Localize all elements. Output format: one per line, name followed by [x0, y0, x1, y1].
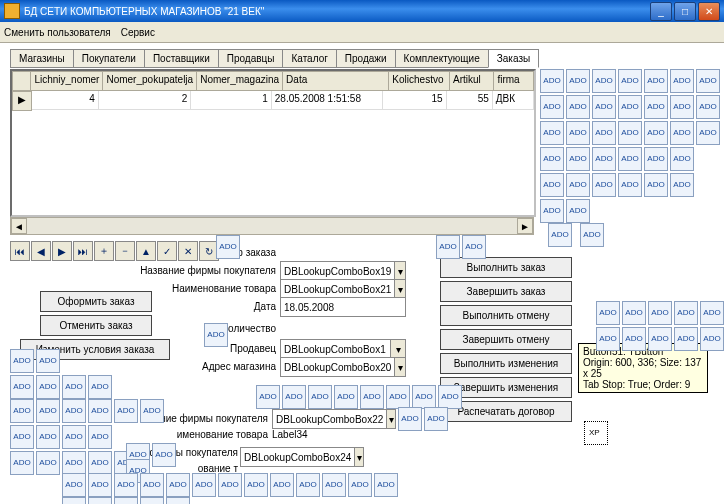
- component-icon[interactable]: ADO: [88, 375, 112, 399]
- tab-Магазины[interactable]: Магазины: [10, 49, 74, 68]
- tab-Каталог[interactable]: Каталог: [282, 49, 336, 68]
- component-icon[interactable]: ADO: [622, 301, 646, 325]
- component-icon[interactable]: ADO: [166, 473, 190, 497]
- component-icon[interactable]: ADO: [36, 451, 60, 475]
- component-icon[interactable]: ADO: [540, 69, 564, 93]
- nav-btn[interactable]: ⏭: [73, 241, 93, 261]
- component-icon[interactable]: ADO: [10, 349, 34, 373]
- component-icon[interactable]: ADO: [648, 327, 672, 351]
- tab-Заказы[interactable]: Заказы: [488, 49, 539, 68]
- component-icon[interactable]: ADO: [618, 147, 642, 171]
- component-icon[interactable]: ADO: [670, 173, 694, 197]
- component-icon[interactable]: ADO: [62, 451, 86, 475]
- col-firma[interactable]: firma: [494, 71, 534, 91]
- xp-manifest-icon[interactable]: XP: [584, 421, 608, 445]
- component-icon[interactable]: ADO: [10, 425, 34, 449]
- component-icon[interactable]: ADO: [462, 235, 486, 259]
- edit-date[interactable]: 18.05.2008: [280, 297, 406, 317]
- col-Nomer_pokupatelja[interactable]: Nomer_pokupatelja: [103, 71, 197, 91]
- component-icon[interactable]: ADO: [114, 473, 138, 497]
- component-icon[interactable]: ADO: [296, 473, 320, 497]
- col-Lichniy_nomer[interactable]: Lichniy_nomer: [31, 71, 103, 91]
- make-order-button[interactable]: Оформить заказ: [40, 291, 152, 312]
- close-button[interactable]: ✕: [698, 2, 720, 21]
- finish-cancel-button[interactable]: Завершить отмену: [440, 329, 572, 350]
- chevron-down-icon[interactable]: ▾: [394, 262, 405, 280]
- component-icon[interactable]: ADO: [36, 349, 60, 373]
- chevron-down-icon[interactable]: ▾: [354, 448, 363, 466]
- component-icon[interactable]: ADO: [674, 327, 698, 351]
- component-icon[interactable]: ADO: [216, 235, 240, 259]
- chevron-down-icon[interactable]: ▾: [390, 340, 405, 358]
- tab-Покупатели[interactable]: Покупатели: [73, 49, 145, 68]
- chevron-down-icon[interactable]: ▾: [386, 410, 395, 428]
- component-icon[interactable]: ADO: [700, 327, 724, 351]
- combo-buyer-firm[interactable]: DBLookupComboBox19▾: [280, 261, 406, 281]
- finish-order-button[interactable]: Завершить заказ: [440, 281, 572, 302]
- component-icon[interactable]: ADO: [62, 497, 86, 504]
- component-icon[interactable]: ADO: [62, 399, 86, 423]
- component-icon[interactable]: ADO: [140, 497, 164, 504]
- component-icon[interactable]: ADO: [540, 173, 564, 197]
- component-icon[interactable]: ADO: [192, 473, 216, 497]
- component-icon[interactable]: ADO: [648, 301, 672, 325]
- component-icon[interactable]: ADO: [114, 497, 138, 504]
- component-icon[interactable]: ADO: [244, 473, 268, 497]
- component-icon[interactable]: ADO: [592, 147, 616, 171]
- component-icon[interactable]: ADO: [596, 301, 620, 325]
- component-icon[interactable]: ADO: [438, 385, 462, 409]
- component-icon[interactable]: ADO: [10, 399, 34, 423]
- component-icon[interactable]: ADO: [140, 399, 164, 423]
- component-icon[interactable]: ADO: [424, 407, 448, 431]
- component-icon[interactable]: ADO: [580, 223, 604, 247]
- component-icon[interactable]: ADO: [540, 147, 564, 171]
- scroll-right-icon[interactable]: ►: [517, 218, 533, 234]
- data-grid[interactable]: Lichniy_nomerNomer_pokupateljaNomer_maga…: [10, 69, 536, 217]
- component-icon[interactable]: ADO: [670, 121, 694, 145]
- component-icon[interactable]: ADO: [166, 497, 190, 504]
- component-icon[interactable]: ADO: [670, 69, 694, 93]
- nav-btn[interactable]: －: [115, 241, 135, 261]
- component-icon[interactable]: ADO: [218, 473, 242, 497]
- component-icon[interactable]: ADO: [62, 473, 86, 497]
- nav-btn[interactable]: ＋: [94, 241, 114, 261]
- component-icon[interactable]: ADO: [88, 497, 112, 504]
- component-icon[interactable]: ADO: [696, 69, 720, 93]
- chevron-down-icon[interactable]: ▾: [394, 358, 405, 376]
- component-icon[interactable]: ADO: [10, 451, 34, 475]
- component-icon[interactable]: ADO: [592, 95, 616, 119]
- component-icon[interactable]: ADO: [644, 173, 668, 197]
- col-Artikul[interactable]: Artikul: [450, 71, 494, 91]
- component-icon[interactable]: ADO: [618, 121, 642, 145]
- component-icon[interactable]: ADO: [36, 399, 60, 423]
- component-icon[interactable]: ADO: [566, 147, 590, 171]
- component-icon[interactable]: ADO: [696, 121, 720, 145]
- tab-Комплектующие[interactable]: Комплектующие: [395, 49, 489, 68]
- component-icon[interactable]: ADO: [592, 173, 616, 197]
- nav-btn[interactable]: ⏮: [10, 241, 30, 261]
- component-icon[interactable]: ADO: [670, 147, 694, 171]
- component-icon[interactable]: ADO: [374, 473, 398, 497]
- component-icon[interactable]: ADO: [152, 443, 176, 467]
- component-icon[interactable]: ADO: [88, 425, 112, 449]
- tab-Продавцы[interactable]: Продавцы: [218, 49, 284, 68]
- component-icon[interactable]: ADO: [540, 199, 564, 223]
- component-icon[interactable]: ADO: [204, 323, 228, 347]
- component-icon[interactable]: ADO: [270, 473, 294, 497]
- nav-btn[interactable]: ✓: [157, 241, 177, 261]
- component-icon[interactable]: ADO: [412, 385, 436, 409]
- component-icon[interactable]: ADO: [540, 95, 564, 119]
- grid-row[interactable]: ▶42128.05.2008 1:51:581555ДВК: [12, 91, 534, 111]
- col-Nomer_magazina[interactable]: Nomer_magazina: [197, 71, 283, 91]
- component-icon[interactable]: ADO: [36, 375, 60, 399]
- component-icon[interactable]: ADO: [348, 473, 372, 497]
- component-icon[interactable]: ADO: [334, 385, 358, 409]
- combo-c24[interactable]: DBLookupComboBox24▾: [240, 447, 364, 467]
- maximize-button[interactable]: □: [674, 2, 696, 21]
- component-icon[interactable]: ADO: [88, 473, 112, 497]
- component-icon[interactable]: ADO: [700, 301, 724, 325]
- col-Data[interactable]: Data: [283, 71, 389, 91]
- exec-changes-button[interactable]: Выполнить изменения: [440, 353, 572, 374]
- component-icon[interactable]: ADO: [62, 425, 86, 449]
- component-icon[interactable]: ADO: [540, 121, 564, 145]
